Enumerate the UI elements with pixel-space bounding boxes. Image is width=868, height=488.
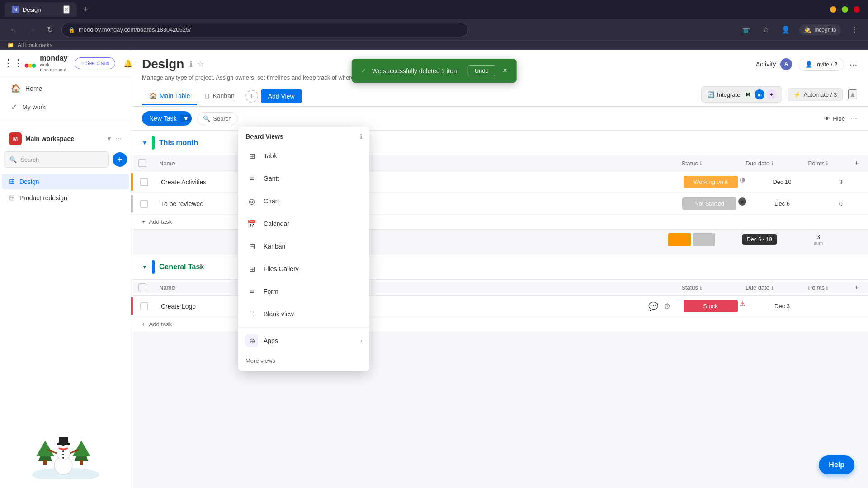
profile-button[interactable]: 👤 <box>779 23 792 36</box>
board-tabs: 🏠 Main Table ⊟ Kanban + Add View <box>142 88 306 105</box>
automate-button[interactable]: ⚡ Automate / 3 <box>788 88 843 101</box>
group-this-month-title: This month <box>159 139 198 147</box>
help-button[interactable]: Help <box>819 455 854 474</box>
new-task-dropdown-arrow[interactable]: ▼ <box>180 115 192 122</box>
general-header-points[interactable]: Points ℹ <box>791 284 845 291</box>
grid-menu-button[interactable]: ⋮⋮ <box>7 57 20 70</box>
logo-row-status[interactable]: Stuck ⚠ <box>678 300 750 312</box>
forward-button[interactable]: → <box>25 23 38 36</box>
reload-button[interactable]: ↻ <box>43 23 56 36</box>
tab-title: Design <box>23 6 41 13</box>
collapse-button[interactable]: ▲ <box>848 89 857 99</box>
general-header-duedate[interactable]: Due date ℹ <box>728 284 791 291</box>
tab-close-button[interactable]: ✕ <box>63 5 70 14</box>
svg-rect-6 <box>43 460 47 465</box>
row2-duedate[interactable]: Dec 6 <box>750 200 814 207</box>
active-tab[interactable]: M Design ✕ <box>5 2 77 17</box>
maximize-button[interactable] <box>842 6 848 13</box>
add-view-button[interactable]: Add View <box>261 89 302 103</box>
tab-main-table[interactable]: 🏠 Main Table <box>142 88 197 105</box>
dropdown-info-icon[interactable]: ℹ <box>360 133 362 140</box>
new-task-button[interactable]: New Task ▼ <box>142 111 192 126</box>
header-points-col[interactable]: Points ℹ <box>791 160 845 167</box>
tab-kanban[interactable]: ⊟ Kanban <box>197 88 241 105</box>
see-plans-button[interactable]: + See plans <box>75 57 115 69</box>
dropdown-item-apps[interactable]: ⊕ Apps › <box>238 329 369 352</box>
star-icon[interactable]: ☆ <box>197 59 204 69</box>
svg-marker-8 <box>72 441 90 456</box>
minimize-button[interactable] <box>830 6 836 13</box>
board-more-button[interactable]: ··· <box>849 59 857 70</box>
row1-points[interactable]: 3 <box>814 178 868 186</box>
row2-status[interactable]: Not Started ● <box>678 197 750 210</box>
info-icon[interactable]: ℹ <box>189 59 193 69</box>
sidebar-add-button[interactable]: + <box>113 152 127 167</box>
dropdown-item-files[interactable]: ⊞ Files Gallery <box>238 258 369 280</box>
dropdown-item-form[interactable]: ≡ Form <box>238 280 369 303</box>
checkbox-row2[interactable] <box>140 200 148 208</box>
toast-close-button[interactable]: × <box>503 66 508 75</box>
integrate-button[interactable]: 🔄 Integrate M m + <box>701 86 782 103</box>
checkbox-logo[interactable] <box>140 302 148 310</box>
dropdown-item-calendar[interactable]: 📅 Calendar <box>238 212 369 235</box>
header-add-col[interactable]: + <box>845 159 868 167</box>
group-general-chevron[interactable]: ▼ <box>142 264 147 270</box>
invite-button[interactable]: 👤 Invite / 2 <box>798 58 844 71</box>
workspace-header[interactable]: M Main workspace ▼ ··· <box>7 130 123 148</box>
row2-status-badge[interactable]: Not Started <box>682 197 736 210</box>
back-button[interactable]: ← <box>7 23 20 36</box>
close-button[interactable] <box>854 6 860 13</box>
new-tab-button[interactable]: + <box>80 3 92 16</box>
toolbar-search[interactable]: 🔍 Search <box>197 112 237 125</box>
hide-button[interactable]: 👁 Hide <box>824 115 845 122</box>
board-title-icons: ℹ ☆ <box>189 59 204 69</box>
logo-status-badge[interactable]: Stuck <box>684 300 738 312</box>
bookmark-button[interactable]: ☆ <box>760 23 772 36</box>
monday-icon: m <box>755 89 764 99</box>
toast-undo-button[interactable]: Undo <box>468 65 495 76</box>
dropdown-item-gantt[interactable]: ≡ Gantt <box>238 167 369 190</box>
more-views-link[interactable]: More views <box>245 357 275 364</box>
extensions-button[interactable]: ⋮ <box>848 23 861 36</box>
dropdown-item-blank[interactable]: □ Blank view <box>238 303 369 325</box>
blank-view-label: Blank view <box>264 310 294 318</box>
header-checkbox[interactable] <box>138 159 146 167</box>
general-header-check[interactable] <box>138 283 146 291</box>
header-status-col[interactable]: Status ℹ <box>656 160 728 167</box>
automate-label: Automate / 3 <box>803 91 837 98</box>
cast-button[interactable]: 📺 <box>740 23 752 36</box>
logo-row-checkbox[interactable] <box>133 302 156 310</box>
board-item-product-redesign[interactable]: ⊞ Product redesign <box>2 190 129 206</box>
workspace-more-icon[interactable]: ··· <box>116 135 122 143</box>
row1-duedate[interactable]: Dec 10 <box>750 178 814 185</box>
dropdown-item-kanban[interactable]: ⊟ Kanban <box>238 235 369 258</box>
general-header-status[interactable]: Status ℹ <box>656 284 728 291</box>
hide-label: Hide <box>833 115 845 122</box>
points-label: sum <box>791 240 845 246</box>
row2-points[interactable]: 0 <box>814 200 868 207</box>
row1-status-badge[interactable]: Working on it <box>684 176 738 188</box>
general-header-add[interactable]: + <box>845 283 868 291</box>
table-view-label: Table <box>264 152 278 160</box>
logo-duedate[interactable]: Dec 3 <box>750 303 814 310</box>
checkbox-row1[interactable] <box>140 178 148 186</box>
row1-status[interactable]: Working on it ◑ <box>678 176 750 188</box>
board-header-actions: Activity A 👤 Invite / 2 ··· <box>756 57 857 71</box>
add-tab-plus[interactable]: + <box>245 90 258 103</box>
sidebar-item-mywork[interactable]: ✓ My work <box>4 98 127 116</box>
row2-checkbox[interactable] <box>133 200 156 208</box>
board-item-design[interactable]: ⊞ Design <box>2 174 129 189</box>
chat-icon[interactable]: 💬 <box>648 301 658 311</box>
gear-icon[interactable]: ⚙ <box>664 301 671 311</box>
toolbar-more-icon[interactable]: ··· <box>850 114 857 123</box>
sidebar-item-home[interactable]: 🏠 Home <box>4 80 127 98</box>
row1-checkbox[interactable] <box>133 178 156 186</box>
sidebar-search-input[interactable]: 🔍 Search <box>4 151 109 168</box>
dropdown-item-chart[interactable]: ◎ Chart <box>238 190 369 212</box>
header-duedate-col[interactable]: Due date ℹ <box>728 160 791 167</box>
group-this-month-chevron[interactable]: ▼ <box>142 140 147 146</box>
activity-button[interactable]: Activity A <box>756 57 793 71</box>
address-bar[interactable]: 🔒 moodjoy.monday.com/boards/1830420525/ <box>61 23 468 37</box>
dropdown-item-table[interactable]: ⊞ Table <box>238 145 369 167</box>
notifications-button[interactable]: 🔔 <box>120 55 136 71</box>
